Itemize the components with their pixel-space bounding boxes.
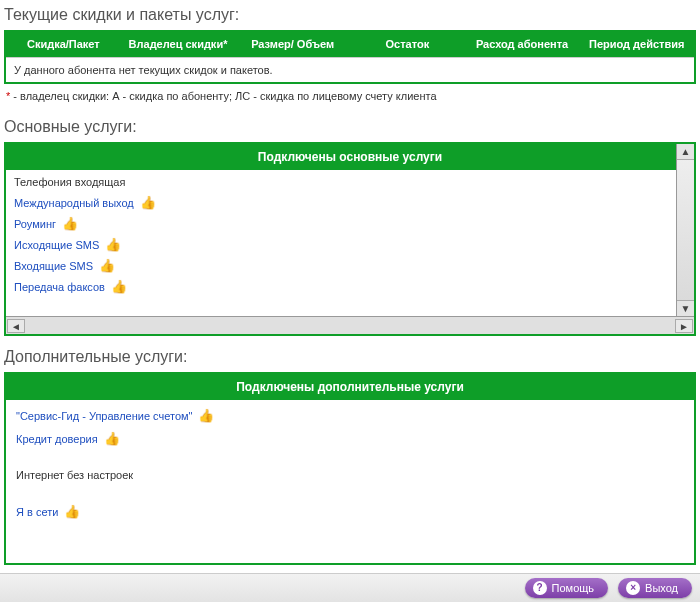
col-size: Размер/ Объем bbox=[235, 32, 350, 57]
list-item: Исходящие SMS👍 bbox=[6, 234, 676, 255]
main-services-title: Основные услуги: bbox=[0, 112, 700, 140]
main-services-panel: Подключены основные услуги Телефония вхо… bbox=[4, 142, 696, 336]
list-item: Я в сети👍 bbox=[6, 500, 694, 523]
list-item: Входящие SMS👍 bbox=[6, 255, 676, 276]
list-item: Телефония входящая bbox=[6, 172, 676, 192]
addl-services-list: "Сервис-Гид - Управление счетом"👍Кредит … bbox=[6, 400, 694, 563]
scroll-right-button[interactable]: ► bbox=[675, 319, 693, 333]
main-services-list: Телефония входящаяМеждународный выход👍Ро… bbox=[6, 170, 676, 299]
footer-bar: ? Помощь × Выход bbox=[0, 573, 700, 602]
col-discount: Скидка/Пакет bbox=[6, 32, 121, 57]
list-item: Международный выход👍 bbox=[6, 192, 676, 213]
discounts-empty-row: У данного абонента нет текущих скидок и … bbox=[6, 57, 694, 82]
thumbs-up-icon: 👍 bbox=[62, 217, 78, 230]
scroll-left-button[interactable]: ◄ bbox=[7, 319, 25, 333]
help-button[interactable]: ? Помощь bbox=[525, 578, 609, 598]
col-usage: Расход абонента bbox=[465, 32, 580, 57]
service-link[interactable]: Входящие SMS bbox=[14, 260, 93, 272]
list-item: Роуминг👍 bbox=[6, 213, 676, 234]
horizontal-scrollbar[interactable]: ◄ ► bbox=[6, 316, 694, 334]
thumbs-up-icon: 👍 bbox=[64, 505, 80, 518]
discounts-header-row: Скидка/Пакет Владелец скидки* Размер/ Об… bbox=[6, 32, 694, 57]
col-balance: Остаток bbox=[350, 32, 465, 57]
list-item bbox=[6, 450, 694, 464]
exit-label: Выход bbox=[645, 582, 678, 594]
list-item: "Сервис-Гид - Управление счетом"👍 bbox=[6, 404, 694, 427]
thumbs-up-icon: 👍 bbox=[198, 409, 214, 422]
vertical-scrollbar[interactable]: ▲ ▼ bbox=[676, 170, 694, 316]
service-text: Телефония входящая bbox=[14, 176, 125, 188]
addl-services-panel: Подключены дополнительные услуги "Сервис… bbox=[4, 372, 696, 565]
discounts-title: Текущие скидки и пакеты услуг: bbox=[0, 0, 700, 28]
main-services-header: Подключены основные услуги bbox=[6, 144, 694, 170]
list-item: Интернет без настроек bbox=[6, 464, 694, 486]
main-services-viewport: Телефония входящаяМеждународный выход👍Ро… bbox=[6, 170, 694, 316]
service-link[interactable]: "Сервис-Гид - Управление счетом" bbox=[16, 410, 192, 422]
exit-button[interactable]: × Выход bbox=[618, 578, 692, 598]
service-link[interactable]: Роуминг bbox=[14, 218, 56, 230]
thumbs-up-icon: 👍 bbox=[140, 196, 156, 209]
scroll-down-button[interactable]: ▼ bbox=[677, 300, 694, 316]
close-icon: × bbox=[626, 581, 640, 595]
help-label: Помощь bbox=[552, 582, 595, 594]
thumbs-up-icon: 👍 bbox=[111, 280, 127, 293]
col-period: Период действия bbox=[579, 32, 694, 57]
service-link[interactable]: Исходящие SMS bbox=[14, 239, 99, 251]
discounts-panel: Скидка/Пакет Владелец скидки* Размер/ Об… bbox=[4, 30, 696, 84]
footnote-text: - владелец скидки: А - скидка по абонент… bbox=[10, 90, 436, 102]
list-item: Кредит доверия👍 bbox=[6, 427, 694, 450]
service-link[interactable]: Передача факсов bbox=[14, 281, 105, 293]
discounts-footnote: * - владелец скидки: А - скидка по абоне… bbox=[6, 90, 694, 102]
help-icon: ? bbox=[533, 581, 547, 595]
thumbs-up-icon: 👍 bbox=[99, 259, 115, 272]
addl-services-title: Дополнительные услуги: bbox=[0, 342, 700, 370]
thumbs-up-icon: 👍 bbox=[104, 432, 120, 445]
col-owner: Владелец скидки* bbox=[121, 32, 236, 57]
service-link[interactable]: Кредит доверия bbox=[16, 433, 98, 445]
service-link[interactable]: Международный выход bbox=[14, 197, 134, 209]
service-text: Интернет без настроек bbox=[16, 469, 133, 481]
thumbs-up-icon: 👍 bbox=[105, 238, 121, 251]
service-link[interactable]: Я в сети bbox=[16, 506, 58, 518]
list-item: Передача факсов👍 bbox=[6, 276, 676, 297]
list-item bbox=[6, 486, 694, 500]
addl-services-header: Подключены дополнительные услуги bbox=[6, 374, 694, 400]
